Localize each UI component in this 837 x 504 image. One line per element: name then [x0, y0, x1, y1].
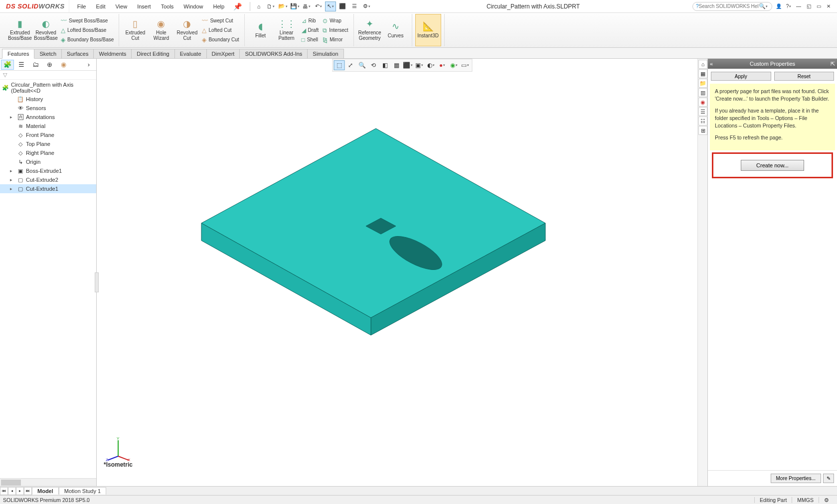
settings-icon[interactable]: ⚙ — [361, 1, 372, 11]
zoom-area-icon[interactable]: 🔍 — [356, 60, 367, 70]
revolved-boss-button[interactable]: ◐Revolved Boss/Base — [33, 14, 59, 46]
menu-insert[interactable]: Insert — [133, 2, 155, 10]
menu-window[interactable]: Window — [179, 2, 207, 10]
open-icon[interactable]: 📂 — [277, 1, 288, 11]
create-now-button[interactable]: Create now... — [741, 160, 804, 171]
menu-file[interactable]: File — [73, 2, 90, 10]
status-custom-icon[interactable]: ⚙ — [819, 497, 834, 503]
more-properties-button[interactable]: More Properties... — [771, 474, 821, 483]
tree-item[interactable]: ▸▣Boss-Extrude1 — [0, 166, 96, 175]
linear-pattern-button[interactable]: ⋮⋮Linear Pattern — [274, 14, 300, 46]
model-tab[interactable]: Model — [32, 487, 59, 495]
undo-icon[interactable]: ↶ — [313, 1, 324, 11]
forum-icon[interactable]: ☷ — [698, 117, 707, 126]
boundary-cut-button[interactable]: ◈Boundary Cut — [200, 35, 241, 44]
tab-direct-editing[interactable]: Direct Editing — [131, 49, 174, 58]
view-palette-icon[interactable]: ▥ — [698, 88, 707, 97]
graphics-viewport[interactable]: ⬚ ⤢ 🔍 ⟲ ◧ ▦ ⬛ ▣ ◐ ● ◉ ▭ Y — [97, 59, 707, 486]
shell-button[interactable]: □Shell — [300, 35, 321, 44]
misc-tab-icon[interactable]: ⊞ — [698, 126, 707, 135]
extruded-cut-button[interactable]: ▯Extruded Cut — [122, 14, 148, 46]
save-icon[interactable]: 💾 — [289, 1, 300, 11]
edit-list-button[interactable]: ✎ — [823, 474, 834, 483]
appearances-icon[interactable]: ◉ — [698, 98, 707, 107]
dimxpert-tab-icon[interactable]: ⊕ — [43, 60, 56, 70]
home-icon[interactable]: ⌂ — [253, 1, 264, 11]
configuration-tab-icon[interactable]: 🗂 — [29, 60, 42, 70]
restore-child-icon[interactable]: ◱ — [804, 2, 813, 10]
expand-icon[interactable]: ▸ — [10, 177, 15, 182]
new-icon[interactable]: 🗋 — [265, 1, 276, 11]
reference-geometry-button[interactable]: ✦Reference Geometry — [357, 14, 383, 46]
panel-scrollbar[interactable] — [0, 478, 96, 486]
tab-first-icon[interactable]: ⏮ — [0, 487, 8, 495]
search-input[interactable] — [699, 3, 759, 9]
mirror-button[interactable]: ⧎Mirror — [321, 35, 350, 44]
appearance-icon[interactable]: ◉ — [448, 60, 459, 70]
hole-wizard-button[interactable]: ◉Hole Wizard — [148, 14, 174, 46]
tab-features[interactable]: Features — [2, 49, 34, 59]
panel-splitter[interactable] — [95, 272, 99, 292]
orientation-icon[interactable]: ⬚ — [334, 60, 344, 70]
feature-tree-tab-icon[interactable]: 🧩 — [1, 60, 14, 70]
design-library-icon[interactable]: ▦ — [698, 69, 707, 78]
tree-item[interactable]: 📋History — [0, 95, 96, 104]
display-tab-icon[interactable]: ◉ — [57, 60, 70, 70]
tab-evaluate[interactable]: Evaluate — [174, 49, 207, 58]
print-icon[interactable]: 🖶 — [301, 1, 312, 11]
filter-bar[interactable]: ▽ — [0, 71, 96, 80]
search-icon[interactable]: 🔍 — [759, 3, 766, 9]
tab-dimxpert[interactable]: DimXpert — [206, 49, 240, 58]
dynamic-annotation-icon[interactable]: ▦ — [391, 60, 402, 70]
swept-cut-button[interactable]: 〰Swept Cut — [200, 16, 241, 25]
close-icon[interactable]: ✕ — [824, 2, 833, 10]
tab-simulation[interactable]: Simulation — [307, 49, 343, 58]
view-settings-icon[interactable]: ▭ — [460, 60, 471, 70]
tab-addins[interactable]: SOLIDWORKS Add-Ins — [239, 49, 308, 58]
tree-item[interactable]: ≋Material — [0, 122, 96, 130]
tree-item[interactable]: ▸▢Cut-Extrude2 — [0, 175, 96, 184]
status-units[interactable]: MMGS — [792, 497, 819, 503]
view-orientation-icon[interactable]: ⬛ — [402, 60, 413, 70]
rebuild-icon[interactable]: ⬛ — [337, 1, 348, 11]
tree-item[interactable]: ↳Origin — [0, 157, 96, 166]
rib-button[interactable]: ⊿Rib — [300, 16, 321, 25]
scene-icon[interactable]: ● — [437, 60, 448, 70]
lofted-boss-button[interactable]: △Lofted Boss/Base — [59, 26, 116, 35]
apply-button[interactable]: Apply — [711, 72, 771, 81]
expand-icon[interactable]: ▸ — [10, 168, 15, 173]
home-tab-icon[interactable]: ⌂ — [698, 60, 707, 69]
reset-button[interactable]: Reset — [774, 72, 835, 81]
tab-surfaces[interactable]: Surfaces — [61, 49, 94, 58]
swept-boss-button[interactable]: 〰Swept Boss/Base — [59, 16, 116, 25]
tree-item[interactable]: ▸▢Cut-Extrude1 — [0, 184, 96, 193]
display-style-icon[interactable]: ▣ — [414, 60, 425, 70]
restore-icon[interactable]: ▭ — [814, 2, 823, 10]
collapse-pane-icon[interactable]: « — [710, 61, 713, 67]
curves-button[interactable]: ∿Curves — [383, 14, 409, 46]
property-manager-tab-icon[interactable]: ☰ — [15, 60, 28, 70]
revolved-cut-button[interactable]: ◑Revolved Cut — [174, 14, 200, 46]
section-view-icon[interactable]: ◧ — [379, 60, 390, 70]
previous-view-icon[interactable]: ⟲ — [368, 60, 379, 70]
tree-item[interactable]: ◇Right Plane — [0, 148, 96, 157]
pin-pane-icon[interactable]: ⇱ — [831, 61, 835, 67]
panel-expand-icon[interactable]: › — [82, 60, 95, 70]
zoom-fit-icon[interactable]: ⤢ — [345, 60, 356, 70]
select-icon[interactable]: ↖ — [325, 1, 336, 11]
expand-icon[interactable]: ▸ — [10, 115, 15, 120]
boundary-boss-button[interactable]: ◈Boundary Boss/Base — [59, 35, 116, 44]
menu-edit[interactable]: Edit — [92, 2, 110, 10]
file-explorer-icon[interactable]: 📁 — [698, 79, 707, 88]
minimize-icon[interactable]: — — [794, 2, 803, 10]
help-search[interactable]: ? 🔍 ▾ — [692, 2, 772, 11]
user-icon[interactable]: 👤 — [774, 2, 783, 10]
expand-icon[interactable]: ▸ — [10, 186, 15, 191]
custom-props-icon[interactable]: ☰ — [698, 107, 707, 116]
pin-icon[interactable]: 📌 — [230, 2, 245, 10]
fillet-button[interactable]: ◖Fillet — [248, 14, 274, 46]
instant3d-button[interactable]: 📐Instant3D — [415, 14, 441, 46]
tab-last-icon[interactable]: ⏭ — [24, 487, 32, 495]
help-dropdown-icon[interactable]: ? — [784, 2, 793, 10]
motion-study-tab[interactable]: Motion Study 1 — [59, 487, 106, 495]
